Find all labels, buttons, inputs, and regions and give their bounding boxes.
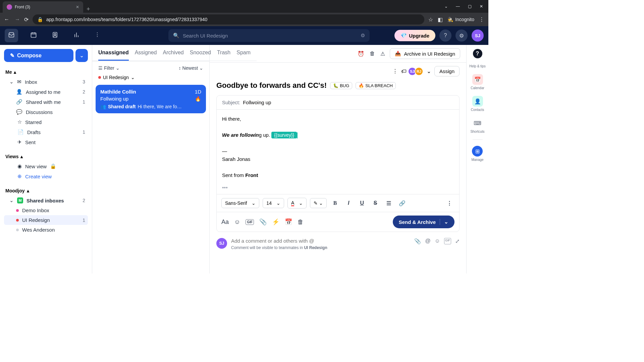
text-style-icon[interactable]: Aa xyxy=(221,219,229,226)
section-views[interactable]: Views ▴ xyxy=(4,152,88,161)
rail-contacts[interactable]: 👤 Contacts xyxy=(471,96,484,112)
settings-button[interactable]: ⚙ xyxy=(455,29,468,42)
highlight-select[interactable]: ✎ ⌄ xyxy=(310,198,327,208)
upgrade-button[interactable]: 💎 Upgrade xyxy=(394,30,435,41)
sidebar-item-shared-with-me[interactable]: 🔗 Shared with me 1 xyxy=(4,97,88,107)
star-icon[interactable]: ☆ xyxy=(428,16,433,23)
attach-icon[interactable]: 📎 xyxy=(259,218,267,226)
participant-avatars[interactable]: SJ RJ xyxy=(410,67,423,76)
sidebar-item-drafts[interactable]: 📄 Drafts 1 xyxy=(4,127,88,137)
filter-icon[interactable]: ⚙ xyxy=(361,33,365,39)
gif-icon[interactable]: GIF xyxy=(444,238,451,244)
sidebar-item-starred[interactable]: ☆ Starred xyxy=(4,117,88,127)
send-dropdown-icon[interactable]: ⌄ xyxy=(440,219,448,225)
mention-icon[interactable]: @ xyxy=(425,238,430,244)
sidebar-item-new-view[interactable]: ◉ New view 🔒 xyxy=(4,161,88,171)
maximize-icon[interactable]: ▢ xyxy=(468,4,472,9)
strike-button[interactable]: S xyxy=(370,198,380,208)
underline-button[interactable]: U xyxy=(357,198,367,208)
snooze-icon[interactable]: ⏰ xyxy=(358,51,364,57)
contacts-icon: 👤 xyxy=(472,96,483,107)
tab-assigned[interactable]: Assigned xyxy=(135,50,157,61)
more-icon[interactable]: ⋮ xyxy=(392,68,398,74)
apps-icon: ⊞ xyxy=(472,146,483,157)
delete-icon[interactable]: 🗑 xyxy=(370,51,375,57)
search-input[interactable]: 🔍 Search UI Redesign ⚙ xyxy=(168,29,370,42)
menu-icon[interactable]: ⋮ xyxy=(479,16,484,23)
chevron-down-icon[interactable]: ⌄ xyxy=(444,4,448,9)
expand-trimmed-icon[interactable]: ••• xyxy=(217,185,459,194)
discard-icon[interactable]: 🗑 xyxy=(298,219,304,226)
sidebar-item-inbox[interactable]: ⌄ ✉ Inbox 3 xyxy=(4,77,88,87)
draft-label: Shared draft xyxy=(108,104,136,109)
bold-button[interactable]: B xyxy=(330,198,340,208)
send-archive-button[interactable]: Send & Archive ⌄ xyxy=(393,216,454,228)
subject-input[interactable]: Follwoing up xyxy=(243,100,271,105)
italic-button[interactable]: I xyxy=(343,198,354,208)
sidebar-item-discussions[interactable]: 💬 Discussions xyxy=(4,107,88,117)
attach-icon[interactable]: 📎 xyxy=(414,238,421,244)
font-color-select[interactable]: A ⌄ xyxy=(287,198,307,208)
tab-archived[interactable]: Archived xyxy=(163,50,184,61)
comment-input[interactable] xyxy=(231,238,410,244)
sidebar-item-sent[interactable]: ✈ Sent xyxy=(4,137,88,147)
user-avatar[interactable]: SJ xyxy=(472,29,484,42)
tag-icon[interactable]: 🏷 xyxy=(401,68,407,74)
minimize-icon[interactable]: ― xyxy=(456,4,460,9)
survey-variable[interactable]: {{survey}} xyxy=(271,132,297,138)
sidebar-item-ui-redesign[interactable]: UI Redesign 1 xyxy=(4,215,88,225)
sidebar-item-demo-inbox[interactable]: Demo Inbox xyxy=(4,205,88,215)
rail-calendar[interactable]: 📅 Calendar xyxy=(471,74,484,90)
compose-button[interactable]: ✎ Compose xyxy=(4,49,73,62)
sidebar-item-create-view[interactable]: ⊕ Create view xyxy=(4,171,88,181)
sidebar-item-assigned-to-me[interactable]: 👤 Assigned to me 2 xyxy=(4,87,88,97)
tab-unassigned[interactable]: Unassigned xyxy=(98,50,129,61)
contacts-nav-icon[interactable] xyxy=(49,29,61,42)
calendar-nav-icon[interactable] xyxy=(28,29,40,42)
url-input[interactable]: 🔒 app.frontapp.com/inboxes/teams/folders… xyxy=(33,14,424,24)
conversation-card[interactable]: Mathilde Collin 1D Follwoing up 🔥 👥 Shar… xyxy=(96,85,206,113)
channel-filter[interactable]: UI Redesign xyxy=(103,75,129,80)
analytics-nav-icon[interactable] xyxy=(70,29,83,42)
spam-icon[interactable]: ⚠ xyxy=(380,51,385,57)
section-moodjoy[interactable]: Moodjoy ▴ xyxy=(4,186,88,195)
chevron-down-icon[interactable]: ⌄ xyxy=(131,75,135,80)
archive-in-button[interactable]: 📥 Archive in UI Redesign xyxy=(390,48,460,59)
expand-icon[interactable]: ⤢ xyxy=(455,238,460,244)
rail-manage[interactable]: ⊞ Manage xyxy=(471,146,483,162)
sort-button[interactable]: ↕ Newest ⌄ xyxy=(179,65,203,71)
tag-bug[interactable]: 🐛 BUG xyxy=(330,82,352,89)
new-tab-button[interactable]: + xyxy=(83,6,94,13)
emoji-icon[interactable]: ☺ xyxy=(234,219,240,226)
template-icon[interactable]: ⚡ xyxy=(272,218,279,226)
inbox-nav-icon[interactable] xyxy=(5,29,18,42)
more-nav-icon[interactable]: ⋮ xyxy=(92,29,103,42)
reload-icon[interactable]: ⟳ xyxy=(24,16,29,23)
section-me[interactable]: Me ▴ xyxy=(4,67,88,77)
chevron-down-icon[interactable]: ⌄ xyxy=(427,68,431,74)
sidebar-item-wes-anderson[interactable]: Wes Anderson xyxy=(4,225,88,235)
list-button[interactable]: ☰ xyxy=(384,198,394,208)
help-fab[interactable]: ? xyxy=(473,49,482,58)
help-button[interactable]: ? xyxy=(439,29,451,42)
font-family-select[interactable]: Sans-Serif ⌄ xyxy=(221,198,259,208)
schedule-icon[interactable]: 📅 xyxy=(285,218,292,226)
back-icon[interactable]: ← xyxy=(4,16,9,22)
tag-sla[interactable]: 🔥 SLA BREACH xyxy=(356,82,396,89)
sidebar-item-shared-inboxes[interactable]: ⌄ M Shared inboxes 2 xyxy=(4,195,88,205)
email-body[interactable]: Hi there, We are following up. {{survey}… xyxy=(217,110,459,185)
close-window-icon[interactable]: ✕ xyxy=(480,4,483,9)
more-format-icon[interactable]: ⋮ xyxy=(444,198,454,208)
emoji-icon[interactable]: ☺ xyxy=(435,238,440,244)
assign-button[interactable]: Assign xyxy=(434,66,460,76)
tab-snoozed[interactable]: Snoozed xyxy=(190,50,211,61)
link-button[interactable]: 🔗 xyxy=(397,198,407,208)
rail-shortcuts[interactable]: ⌨ Shortcuts xyxy=(470,118,484,133)
gif-icon[interactable]: GIF xyxy=(246,219,254,225)
compose-dropdown[interactable]: ⌄ xyxy=(75,49,88,62)
browser-tab[interactable]: Front (3) ✕ xyxy=(3,1,83,13)
close-tab-icon[interactable]: ✕ xyxy=(76,5,79,9)
font-size-select[interactable]: 14 ⌄ xyxy=(263,198,284,208)
extensions-icon[interactable]: ◧ xyxy=(438,16,443,23)
filter-button[interactable]: ☰ Filter ⌄ xyxy=(98,65,120,71)
